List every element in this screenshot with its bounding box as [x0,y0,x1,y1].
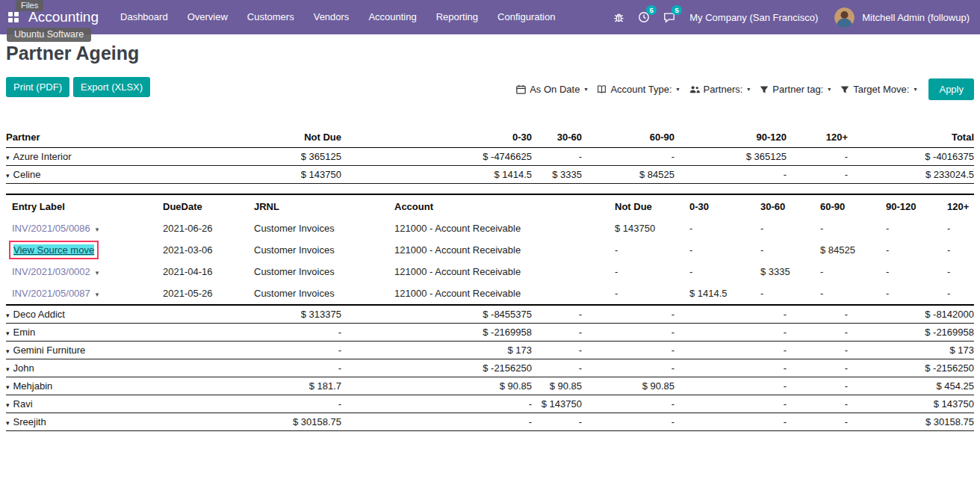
entry-account: 121000 - Account Receivable [388,261,609,282]
entry-due-date: 2021-05-26 [157,282,248,305]
entry-label-highlight-box: INV/2021/03/0002 [12,266,90,277]
debug-button[interactable] [607,0,631,34]
collapse-caret-icon: ▾ [6,154,10,161]
column-header: JRNL [248,194,388,217]
export-xlsx-button[interactable]: Export (XLSX) [73,77,150,97]
filter-label: As On Date [530,84,580,95]
filter-partner-tag[interactable]: Partner tag: ▾ [760,84,831,95]
entry-dropdown-caret-icon[interactable]: ▾ [96,291,99,298]
entry-label-link[interactable]: INV/2021/03/0002 [12,266,90,277]
entry-label-cell: INV/2021/05/0087▾ [6,282,157,305]
activities-button[interactable]: 5 [631,0,657,34]
book-icon [597,84,607,94]
chevron-down-icon: ▾ [828,86,831,93]
cell-90-120: - [674,342,787,359]
cell-120-plus: - [787,148,848,166]
menu-item[interactable]: Customers [238,0,304,34]
menu-item[interactable]: Reporting [427,0,488,34]
cell-0-30: - [683,239,754,261]
print-pdf-button[interactable]: Print (PDF) [6,77,69,97]
column-header: Partner [6,132,223,148]
entry-account: 121000 - Account Receivable [388,217,609,239]
entry-label-cell: INV/2021/05/0086▾ [6,217,157,239]
collapse-caret-icon: ▾ [6,347,10,355]
partner-row: ▾Azure Interior $ 365125 $ -4746625 - - … [6,148,974,166]
user-menu[interactable]: Mitchell Admin (followup) [855,12,977,23]
menu-item[interactable]: Dashboard [111,0,178,34]
cell-60-90: - [814,217,880,239]
cell-0-30: - [683,261,754,282]
partner-name: Ravi [13,398,33,410]
top-navbar: Accounting DashboardOverviewCustomersVen… [0,0,980,34]
bug-icon [613,12,624,23]
partner-name: Sreejith [13,416,46,427]
menu-item[interactable]: Accounting [359,0,426,34]
cell-60-90: $ 84525 [814,239,880,261]
collapse-caret-icon: ▾ [6,365,10,373]
partner-toggle-cell[interactable]: ▾Mehjabin [6,377,223,395]
entry-row: INV/2021/05/0086▾ 2021-06-26 Customer In… [6,217,974,239]
partner-row: ▾Mehjabin $ 181.7 $ 90.85 $ 90.85 $ 90.8… [6,377,974,395]
apply-button[interactable]: Apply [928,78,974,100]
messages-button[interactable]: 5 [657,0,682,34]
menu-item[interactable]: Configuration [488,0,565,34]
partner-toggle-cell[interactable]: ▾Azure Interior [6,148,223,166]
cell-0-30: $ -8455375 [341,306,532,324]
cell-90-120: - [880,239,941,261]
filter-target-move[interactable]: Target Move: ▾ [840,84,917,95]
entry-label-cell: View Source move▾ [6,239,157,261]
chevron-down-icon: ▾ [914,86,917,93]
partner-row: ▾Sreejith $ 30158.75 - - - - - $ 30158.7… [6,413,974,431]
filter-as-on-date[interactable]: As On Date ▾ [516,84,587,95]
partner-name: Emin [13,327,36,338]
cell-not-due: - [223,342,341,359]
partner-toggle-cell[interactable]: ▾Sreejith [6,413,223,431]
cell-120-plus: - [787,324,848,342]
cell-30-60: - [532,306,582,324]
cell-90-120: $ 365125 [674,148,787,166]
menu-item[interactable]: Overview [178,0,238,34]
cell-90-120: - [674,324,787,342]
partner-toggle-cell[interactable]: ▾John [6,359,223,377]
partner-toggle-cell[interactable]: ▾Ravi [6,395,223,413]
entry-row: INV/2021/03/0002▾ 2021-04-16 Customer In… [6,261,974,282]
cell-total: $ 454.25 [848,377,974,395]
cell-90-120: - [674,166,787,184]
entry-row: INV/2021/05/0087▾ 2021-05-26 Customer In… [6,282,974,305]
menu-item[interactable]: Vendors [304,0,359,34]
entry-dropdown-caret-icon[interactable]: ▾ [96,269,99,277]
cell-30-60: - [532,413,582,431]
entry-account: 121000 - Account Receivable [388,239,609,261]
filter-partners[interactable]: Partners: ▾ [689,84,751,95]
app-brand[interactable]: Accounting [28,9,99,25]
entry-label-link[interactable]: INV/2021/05/0086 [12,223,90,234]
column-header: 60-90 [814,194,880,217]
chevron-down-icon: ▾ [677,86,680,93]
cell-not-due: $ 143750 [609,217,683,239]
cell-total: $ 143750 [848,395,974,413]
entry-label-cell: INV/2021/03/0002▾ [6,261,157,282]
partner-row: ▾Deco Addict $ 313375 $ -8455375 - - - -… [6,306,974,324]
entry-account: 121000 - Account Receivable [388,282,609,305]
partner-toggle-cell[interactable]: ▾Gemini Furniture [6,342,223,359]
company-switcher[interactable]: My Company (San Francisco) [682,12,825,23]
entry-label-link[interactable]: View Source move [13,244,94,256]
filter-label: Account Type: [610,84,672,95]
filter-account-type[interactable]: Account Type: ▾ [597,84,679,95]
partner-name: Deco Addict [13,309,65,320]
entry-row: View Source move▾ 2021-03-06 Customer In… [6,239,974,261]
partner-toggle-cell[interactable]: ▾Deco Addict [6,306,223,324]
cell-30-60: $ 3335 [754,261,814,282]
entry-dropdown-caret-icon[interactable]: ▾ [96,226,99,233]
filter-label: Partners: [704,84,743,95]
cell-not-due: - [223,359,341,377]
partner-name: John [13,362,34,374]
column-header: Not Due [609,194,683,217]
entry-label-link[interactable]: INV/2021/05/0087 [12,288,90,299]
user-avatar[interactable] [834,7,855,28]
filter-label: Target Move: [853,84,909,95]
partner-toggle-cell[interactable]: ▾Celine [6,166,223,184]
partner-toggle-cell[interactable]: ▾Emin [6,324,223,342]
partner-row: ▾Gemini Furniture - $ 173 - - - - $ 173 [6,342,974,359]
partner-row: ▾Ravi - - $ 143750 - - - $ 143750 [6,395,974,413]
